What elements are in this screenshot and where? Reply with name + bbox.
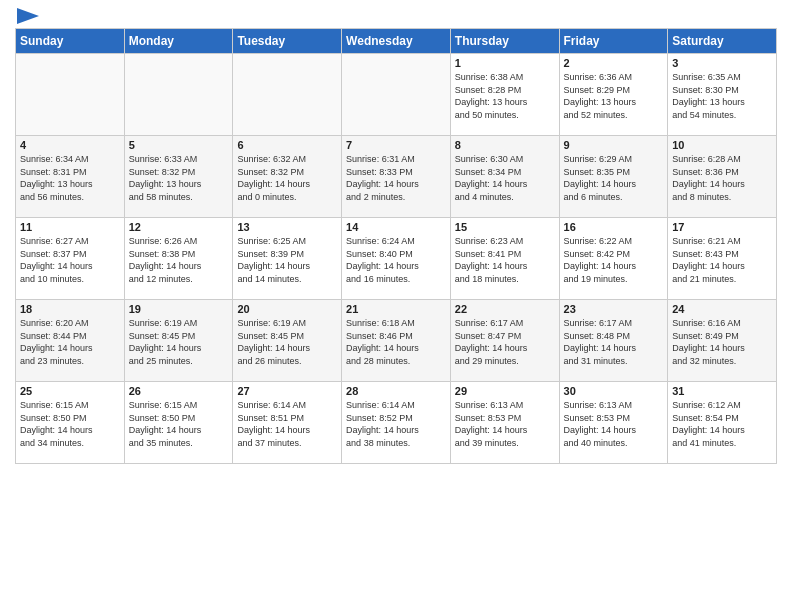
day-info-line: Daylight: 14 hours [455, 179, 528, 189]
day-info-line: Sunrise: 6:30 AM [455, 154, 524, 164]
calendar-table: SundayMondayTuesdayWednesdayThursdayFrid… [15, 28, 777, 464]
logo-flag-icon [17, 8, 39, 24]
day-info-line: Sunset: 8:41 PM [455, 249, 522, 259]
calendar-week-3: 11Sunrise: 6:27 AMSunset: 8:37 PMDayligh… [16, 218, 777, 300]
page: SundayMondayTuesdayWednesdayThursdayFrid… [0, 0, 792, 612]
day-info-line: Daylight: 14 hours [455, 261, 528, 271]
day-info-line: and 52 minutes. [564, 110, 628, 120]
day-info-line: Daylight: 14 hours [564, 343, 637, 353]
weekday-tuesday: Tuesday [233, 29, 342, 54]
day-info: Sunrise: 6:32 AMSunset: 8:32 PMDaylight:… [237, 153, 337, 203]
calendar-cell: 19Sunrise: 6:19 AMSunset: 8:45 PMDayligh… [124, 300, 233, 382]
day-info-line: Sunset: 8:43 PM [672, 249, 739, 259]
day-number: 22 [455, 303, 555, 315]
day-number: 4 [20, 139, 120, 151]
day-info-line: Daylight: 14 hours [346, 425, 419, 435]
day-info: Sunrise: 6:25 AMSunset: 8:39 PMDaylight:… [237, 235, 337, 285]
day-info-line: Sunset: 8:42 PM [564, 249, 631, 259]
day-number: 28 [346, 385, 446, 397]
calendar-cell: 20Sunrise: 6:19 AMSunset: 8:45 PMDayligh… [233, 300, 342, 382]
day-info-line: Sunset: 8:34 PM [455, 167, 522, 177]
day-info-line: Sunset: 8:32 PM [129, 167, 196, 177]
day-info-line: Sunrise: 6:12 AM [672, 400, 741, 410]
day-info-line: Sunrise: 6:14 AM [346, 400, 415, 410]
day-info-line: Sunset: 8:37 PM [20, 249, 87, 259]
day-number: 1 [455, 57, 555, 69]
calendar-cell: 12Sunrise: 6:26 AMSunset: 8:38 PMDayligh… [124, 218, 233, 300]
day-info: Sunrise: 6:17 AMSunset: 8:47 PMDaylight:… [455, 317, 555, 367]
calendar-week-5: 25Sunrise: 6:15 AMSunset: 8:50 PMDayligh… [16, 382, 777, 464]
day-info-line: Sunrise: 6:28 AM [672, 154, 741, 164]
calendar-body: 1Sunrise: 6:38 AMSunset: 8:28 PMDaylight… [16, 54, 777, 464]
calendar-cell: 11Sunrise: 6:27 AMSunset: 8:37 PMDayligh… [16, 218, 125, 300]
day-number: 2 [564, 57, 664, 69]
day-info-line: Daylight: 14 hours [672, 343, 745, 353]
day-info-line: Daylight: 14 hours [129, 425, 202, 435]
day-info-line: Daylight: 13 hours [455, 97, 528, 107]
day-info: Sunrise: 6:22 AMSunset: 8:42 PMDaylight:… [564, 235, 664, 285]
calendar-cell: 29Sunrise: 6:13 AMSunset: 8:53 PMDayligh… [450, 382, 559, 464]
logo [15, 10, 39, 20]
day-info-line: Sunrise: 6:31 AM [346, 154, 415, 164]
day-info-line: and 40 minutes. [564, 438, 628, 448]
day-info-line: Sunset: 8:45 PM [129, 331, 196, 341]
day-number: 3 [672, 57, 772, 69]
day-info-line: Sunset: 8:46 PM [346, 331, 413, 341]
calendar-week-2: 4Sunrise: 6:34 AMSunset: 8:31 PMDaylight… [16, 136, 777, 218]
calendar-cell: 28Sunrise: 6:14 AMSunset: 8:52 PMDayligh… [342, 382, 451, 464]
day-info-line: and 2 minutes. [346, 192, 405, 202]
day-info-line: Sunset: 8:29 PM [564, 85, 631, 95]
day-info-line: Sunset: 8:38 PM [129, 249, 196, 259]
day-info-line: and 38 minutes. [346, 438, 410, 448]
day-info-line: Daylight: 14 hours [20, 425, 93, 435]
day-info-line: and 16 minutes. [346, 274, 410, 284]
day-info-line: Daylight: 14 hours [237, 425, 310, 435]
calendar-cell: 22Sunrise: 6:17 AMSunset: 8:47 PMDayligh… [450, 300, 559, 382]
calendar-cell: 7Sunrise: 6:31 AMSunset: 8:33 PMDaylight… [342, 136, 451, 218]
day-number: 7 [346, 139, 446, 151]
day-info-line: and 10 minutes. [20, 274, 84, 284]
calendar-cell: 27Sunrise: 6:14 AMSunset: 8:51 PMDayligh… [233, 382, 342, 464]
day-info-line: Sunrise: 6:32 AM [237, 154, 306, 164]
day-number: 23 [564, 303, 664, 315]
day-info-line: Daylight: 14 hours [346, 343, 419, 353]
day-number: 19 [129, 303, 229, 315]
day-info-line: Daylight: 13 hours [564, 97, 637, 107]
day-info-line: Sunset: 8:31 PM [20, 167, 87, 177]
day-info: Sunrise: 6:27 AMSunset: 8:37 PMDaylight:… [20, 235, 120, 285]
day-info-line: Sunrise: 6:23 AM [455, 236, 524, 246]
calendar-cell: 1Sunrise: 6:38 AMSunset: 8:28 PMDaylight… [450, 54, 559, 136]
calendar-cell: 3Sunrise: 6:35 AMSunset: 8:30 PMDaylight… [668, 54, 777, 136]
day-info-line: and 31 minutes. [564, 356, 628, 366]
day-info-line: and 37 minutes. [237, 438, 301, 448]
day-info-line: Sunrise: 6:25 AM [237, 236, 306, 246]
day-info-line: Sunset: 8:47 PM [455, 331, 522, 341]
day-info-line: Sunset: 8:52 PM [346, 413, 413, 423]
calendar-cell: 2Sunrise: 6:36 AMSunset: 8:29 PMDaylight… [559, 54, 668, 136]
day-info-line: Daylight: 14 hours [672, 261, 745, 271]
day-info-line: Sunset: 8:53 PM [455, 413, 522, 423]
day-info: Sunrise: 6:14 AMSunset: 8:52 PMDaylight:… [346, 399, 446, 449]
day-info-line: Daylight: 14 hours [237, 261, 310, 271]
day-info-line: Sunset: 8:32 PM [237, 167, 304, 177]
day-info-line: Sunset: 8:28 PM [455, 85, 522, 95]
day-number: 12 [129, 221, 229, 233]
day-info-line: Sunrise: 6:15 AM [20, 400, 89, 410]
calendar-cell: 18Sunrise: 6:20 AMSunset: 8:44 PMDayligh… [16, 300, 125, 382]
day-info-line: and 4 minutes. [455, 192, 514, 202]
day-info-line: Sunset: 8:54 PM [672, 413, 739, 423]
svg-marker-0 [17, 8, 39, 24]
day-info-line: and 35 minutes. [129, 438, 193, 448]
day-info: Sunrise: 6:16 AMSunset: 8:49 PMDaylight:… [672, 317, 772, 367]
day-number: 27 [237, 385, 337, 397]
calendar-cell: 13Sunrise: 6:25 AMSunset: 8:39 PMDayligh… [233, 218, 342, 300]
day-info-line: Sunrise: 6:22 AM [564, 236, 633, 246]
day-info: Sunrise: 6:19 AMSunset: 8:45 PMDaylight:… [237, 317, 337, 367]
day-info-line: Daylight: 14 hours [129, 261, 202, 271]
day-info-line: Sunset: 8:50 PM [129, 413, 196, 423]
day-info-line: Sunrise: 6:27 AM [20, 236, 89, 246]
calendar-cell: 9Sunrise: 6:29 AMSunset: 8:35 PMDaylight… [559, 136, 668, 218]
calendar-cell: 8Sunrise: 6:30 AMSunset: 8:34 PMDaylight… [450, 136, 559, 218]
day-info-line: Sunset: 8:33 PM [346, 167, 413, 177]
day-info-line: and 8 minutes. [672, 192, 731, 202]
